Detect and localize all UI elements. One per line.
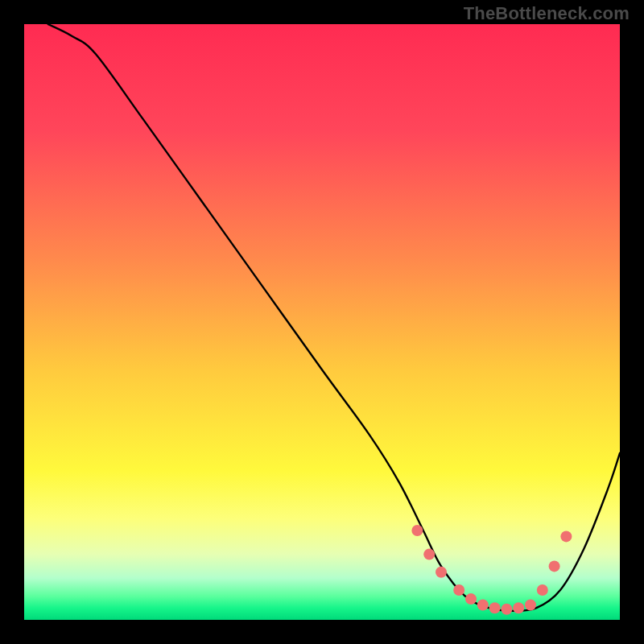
svg-rect-0	[24, 24, 620, 620]
chart-frame: TheBottleneck.com	[0, 0, 644, 644]
background-gradient	[24, 24, 620, 620]
watermark-text: TheBottleneck.com	[464, 3, 630, 24]
plot-area	[24, 24, 620, 620]
